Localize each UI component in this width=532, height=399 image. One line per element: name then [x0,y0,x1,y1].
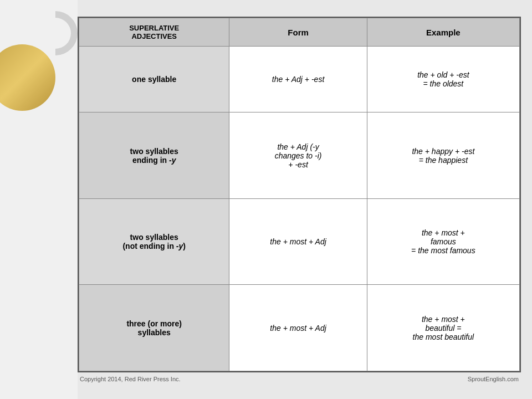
header-example: Example [367,18,519,47]
header-form: Form [229,18,367,47]
form-two-syllables-y: the + Adj (-ychanges to -i)+ -est [229,112,367,199]
adjective-type-one-syllable: one syllable [79,47,229,112]
form-one-syllable: the + Adj + -est [229,47,367,112]
table-row: three (or more)syllables the + most + Ad… [79,285,520,371]
footer-bar: Copyright 2014, Red River Press Inc. Spr… [78,372,521,382]
table-row: two syllables(not ending in -y) the + mo… [79,198,520,285]
form-three-syllables: the + most + Adj [229,285,367,371]
form-two-syllables-not-y: the + most + Adj [229,198,367,285]
adjective-type-three-syllables: three (or more)syllables [79,285,229,371]
table-wrapper: SUPERLATIVEADJECTIVES Form Example one s… [78,17,521,372]
header-adjective-type: SUPERLATIVEADJECTIVES [79,18,229,47]
table-row: two syllablesending in -y the + Adj (-yc… [79,112,520,199]
example-three-syllables: the + most +beautiful =the most beautifu… [367,285,519,371]
adjective-type-two-syllables-not-y: two syllables(not ending in -y) [79,198,229,285]
table-row: one syllable the + Adj + -est the + old … [79,47,520,112]
table-header-row: SUPERLATIVEADJECTIVES Form Example [79,18,520,47]
footer-website: SproutEnglish.com [468,376,519,382]
superlative-adjectives-table: SUPERLATIVEADJECTIVES Form Example one s… [79,18,520,371]
footer-copyright: Copyright 2014, Red River Press Inc. [80,376,181,382]
example-one-syllable: the + old + -est= the oldest [367,47,519,112]
adjective-type-two-syllables-y: two syllablesending in -y [79,112,229,199]
example-two-syllables-not-y: the + most +famous= the most famous [367,198,519,285]
main-content: SUPERLATIVEADJECTIVES Form Example one s… [78,17,521,382]
example-two-syllables-y: the + happy + -est= the happiest [367,112,519,199]
